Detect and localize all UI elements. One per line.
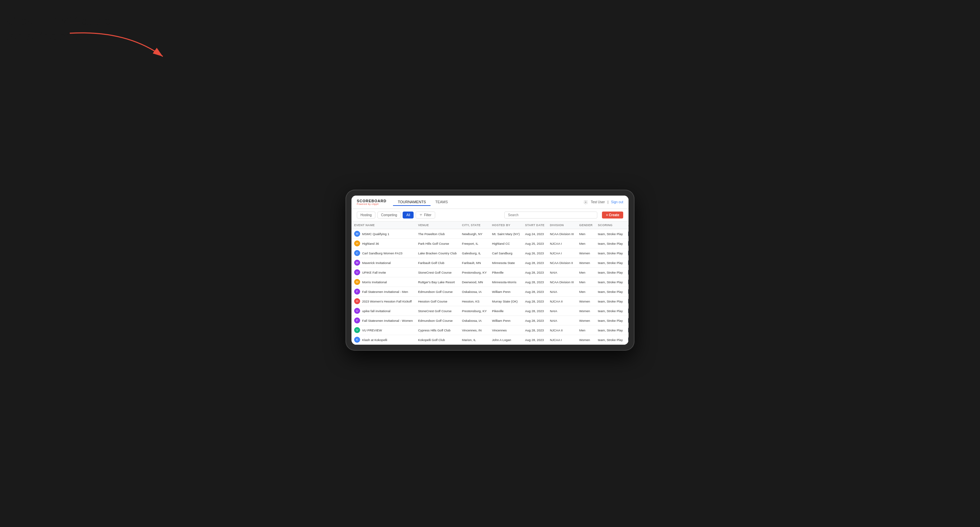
event-icon: V bbox=[354, 327, 360, 333]
cell-city: Vincennes, IN bbox=[460, 325, 489, 335]
filter-bar: Hosting Competing All Filter + Create bbox=[352, 209, 628, 222]
edit-button[interactable]: Edit bbox=[628, 241, 628, 246]
table-row: C Carl Sandburg Women FA23 Lake Bracken … bbox=[352, 248, 628, 258]
sign-out-link[interactable]: Sign out bbox=[611, 200, 623, 204]
edit-button[interactable]: Edit bbox=[628, 298, 628, 304]
cell-gender: Women bbox=[576, 248, 595, 258]
col-division: DIVISION bbox=[547, 222, 576, 229]
nav-separator: | bbox=[608, 200, 609, 204]
cell-division: NJCAA I bbox=[547, 239, 576, 248]
edit-button[interactable]: Edit bbox=[628, 270, 628, 275]
cell-start-date: Aug 28, 2023 bbox=[522, 297, 547, 306]
cell-start-date: Aug 26, 2023 bbox=[522, 248, 547, 258]
tablet-screen: SCOREBOARD Powered by clippit TOURNAMENT… bbox=[352, 195, 628, 345]
event-icon: U bbox=[354, 269, 360, 275]
table-row: H 2023 Women's Hesston Fall Kickoff Hess… bbox=[352, 297, 628, 306]
edit-button[interactable]: Edit bbox=[628, 289, 628, 294]
cell-venue: Ruttger's Bay Lake Resort bbox=[415, 277, 459, 287]
cell-scoring: team, Stroke Play bbox=[595, 268, 625, 277]
cell-venue: Edmundson Golf Course bbox=[415, 287, 459, 297]
cell-gender: Men bbox=[576, 268, 595, 277]
event-icon: F bbox=[354, 289, 360, 295]
table-row: U upike fall invitational StoneCrest Gol… bbox=[352, 306, 628, 316]
cell-start-date: Aug 28, 2023 bbox=[522, 335, 547, 345]
hosting-filter-button[interactable]: Hosting bbox=[357, 211, 375, 219]
filter-button[interactable]: Filter bbox=[415, 211, 435, 219]
cell-city: Oskaloosa, IA bbox=[460, 316, 489, 325]
cell-scoring: team, Stroke Play bbox=[595, 229, 625, 239]
event-name-text: VU PREVIEW bbox=[362, 329, 382, 332]
table-row: M MSMC Qualifying 1 The Powelton Club Ne… bbox=[352, 229, 628, 239]
cell-venue: StoneCrest Golf Course bbox=[415, 268, 459, 277]
cell-start-date: Aug 28, 2023 bbox=[522, 268, 547, 277]
gear-icon[interactable] bbox=[583, 200, 588, 205]
edit-button[interactable]: Edit bbox=[628, 337, 628, 342]
edit-button[interactable]: Edit bbox=[628, 279, 628, 284]
cell-division: NCAA Division III bbox=[547, 277, 576, 287]
cell-start-date: Aug 28, 2023 bbox=[522, 306, 547, 316]
table-row: M Morris Invitational Ruttger's Bay Lake… bbox=[352, 277, 628, 287]
col-scoring: SCORING bbox=[595, 222, 625, 229]
tablet-frame: SCOREBOARD Powered by clippit TOURNAMENT… bbox=[345, 190, 635, 351]
cell-division: NJCAA I bbox=[547, 248, 576, 258]
create-button[interactable]: + Create bbox=[602, 211, 623, 219]
cell-scoring: team, Stroke Play bbox=[595, 277, 625, 287]
cell-actions: Edit bbox=[625, 268, 628, 277]
cell-hosted-by: Pikeville bbox=[489, 306, 522, 316]
cell-city: Hesston, KS bbox=[460, 297, 489, 306]
table-header-row: EVENT NAME VENUE CITY, STATE HOSTED BY S… bbox=[352, 222, 628, 229]
logo-sub: Powered by clippit bbox=[357, 203, 387, 205]
cell-venue: The Powelton Club bbox=[415, 229, 459, 239]
cell-event-name: U UPIKE Fall Invite bbox=[352, 268, 415, 277]
cell-city: Newburgh, NY bbox=[460, 229, 489, 239]
cell-start-date: Aug 28, 2023 bbox=[522, 277, 547, 287]
cell-gender: Women bbox=[576, 335, 595, 345]
event-icon: M bbox=[354, 279, 360, 285]
search-input[interactable] bbox=[504, 211, 597, 219]
edit-button[interactable]: Edit bbox=[628, 308, 628, 313]
cell-actions: Edit bbox=[625, 325, 628, 335]
col-city: CITY, STATE bbox=[460, 222, 489, 229]
edit-button[interactable]: Edit bbox=[628, 327, 628, 333]
cell-gender: Women bbox=[576, 258, 595, 268]
event-name-text: upike fall invitational bbox=[362, 309, 390, 313]
cell-venue: Lake Bracken Country Club bbox=[415, 248, 459, 258]
tab-tournaments[interactable]: TOURNAMENTS bbox=[393, 198, 431, 206]
edit-button[interactable]: Edit bbox=[628, 251, 628, 256]
edit-button[interactable]: Edit bbox=[628, 318, 628, 323]
all-filter-button[interactable]: All bbox=[402, 211, 414, 219]
table-row: K Klash at Kokopelli Kokopelli Golf Club… bbox=[352, 335, 628, 345]
cell-event-name: U upike fall invitational bbox=[352, 306, 415, 316]
cell-scoring: team, Stroke Play bbox=[595, 325, 625, 335]
edit-button[interactable]: Edit bbox=[628, 260, 628, 265]
cell-scoring: team, Stroke Play bbox=[595, 316, 625, 325]
competing-filter-button[interactable]: Competing bbox=[377, 211, 401, 219]
event-icon: H bbox=[354, 240, 360, 246]
event-name-text: Klash at Kokopelli bbox=[362, 338, 387, 342]
cell-hosted-by: Vincennes bbox=[489, 325, 522, 335]
event-icon: C bbox=[354, 250, 360, 256]
cell-event-name: F Fall Statesmen Invitational - Men bbox=[352, 287, 415, 297]
cell-gender: Men bbox=[576, 277, 595, 287]
edit-button[interactable]: Edit bbox=[628, 231, 628, 237]
cell-gender: Men bbox=[576, 287, 595, 297]
cell-city: Prestonsburg, KY bbox=[460, 268, 489, 277]
cell-division: NAIA bbox=[547, 287, 576, 297]
event-icon: U bbox=[354, 308, 360, 314]
col-actions: ACTIONS bbox=[625, 222, 628, 229]
logo-area: SCOREBOARD Powered by clippit bbox=[357, 199, 387, 205]
cell-division: NJCAA II bbox=[547, 325, 576, 335]
cell-city: Galesburg, IL bbox=[460, 248, 489, 258]
cell-start-date: Aug 28, 2023 bbox=[522, 258, 547, 268]
cell-scoring: team, Stroke Play bbox=[595, 287, 625, 297]
cell-actions: Edit bbox=[625, 258, 628, 268]
nav-tabs: TOURNAMENTS TEAMS bbox=[393, 198, 452, 206]
cell-actions: Edit bbox=[625, 277, 628, 287]
cell-city: Oskaloosa, IA bbox=[460, 287, 489, 297]
table-row: F Fall Statesmen Invitational - Men Edmu… bbox=[352, 287, 628, 297]
event-name-text: UPIKE Fall Invite bbox=[362, 271, 386, 274]
cell-gender: Men bbox=[576, 229, 595, 239]
cell-division: NAIA bbox=[547, 268, 576, 277]
tab-teams[interactable]: TEAMS bbox=[431, 198, 452, 206]
tournaments-table: EVENT NAME VENUE CITY, STATE HOSTED BY S… bbox=[352, 222, 628, 345]
